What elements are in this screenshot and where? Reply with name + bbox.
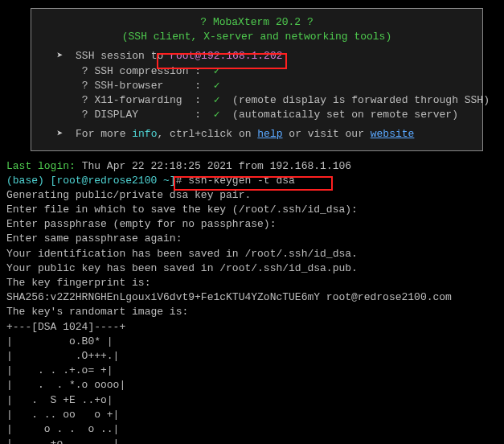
output-line: | .O+++.| [6,350,119,362]
output-line: | . S +E ..+o| [6,394,113,406]
output-line: Enter same passphrase again: [6,232,182,245]
output-line: | . .. oo o +| [6,409,119,421]
prompt-env: (base) [6,175,44,187]
banner-item: ? SSH compression : ✓ [44,64,469,79]
output-line: Your public key has been saved in /root/… [6,262,358,274]
output-line: Generating public/private dsa key pair. [6,189,251,201]
output-line: | o . . o ..| [6,423,119,435]
output-line: Enter file in which to save the key (/ro… [6,204,358,216]
prompt-userhost: [root@redrose2100 ~] [44,175,176,187]
output-line: SHA256:v2Z2HRNGHEnLgouxiV6dvt9+Fe1cKTU4Y… [6,291,452,303]
output-line: | . . *.o oooo| [6,379,125,391]
output-line: | . . .+.o= +| [6,364,113,376]
output-line: +---[DSA 1024]----+ [6,321,125,333]
output-line: | o.B0* | [6,335,113,347]
terminal-output[interactable]: Last login: Thu Apr 22 22:18:25 2021 fro… [6,159,498,445]
command-text: ssh-keygen -t dsa [188,175,295,187]
last-login-label: Last login: [6,160,76,172]
terminal-area[interactable]: ? MobaXterm 20.2 ? (SSH client, X-server… [6,8,498,444]
banner-item: ? X11-forwarding : ✓ (remote display is … [44,93,469,108]
output-line: The key's randomart image is: [6,306,188,318]
output-line: Your identification has been saved in /r… [6,248,358,260]
banner-title-line2: (SSH client, X-server and networking too… [44,30,469,44]
output-line: | +o.. . . | [6,438,119,444]
banner-item: ? DISPLAY : ✓ (automatically set on remo… [44,108,469,122]
banner-title-line1: ? MobaXterm 20.2 ? [44,15,469,30]
welcome-banner: ? MobaXterm 20.2 ? (SSH client, X-server… [31,8,483,151]
output-line: The key fingerprint is: [6,277,150,289]
help-link[interactable]: help [257,128,282,140]
output-line: Enter passphrase (empty for no passphras… [6,218,276,230]
banner-help-row: ➤ For more info, ctrl+click on help or v… [44,127,469,142]
website-link[interactable]: website [371,128,415,140]
banner-item: ? SSH-browser : ✓ [44,79,469,93]
banner-session-row: ➤ SSH session to root@192.168.1.202 [44,49,469,64]
